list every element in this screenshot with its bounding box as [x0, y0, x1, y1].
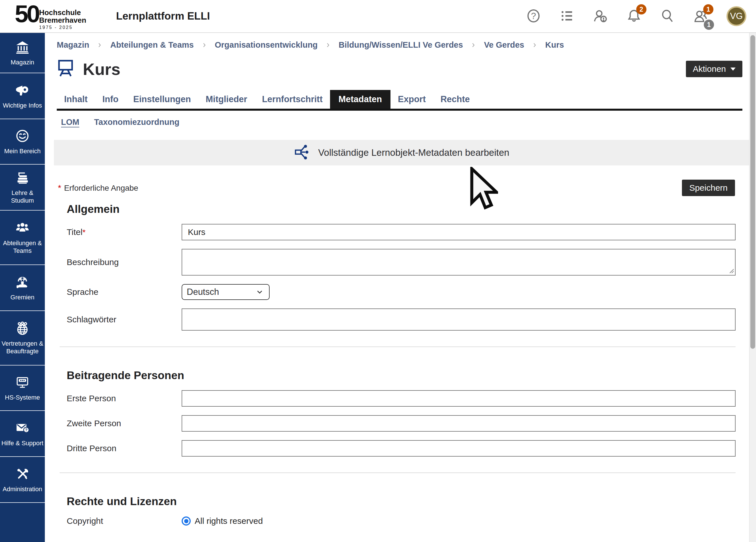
- search-button[interactable]: [660, 8, 675, 24]
- page-title: Kurs: [83, 60, 120, 79]
- sidebar-item-label: Gremien: [11, 293, 34, 301]
- top-header: 50 Hochschule Bremerhaven 1975 - 2025 Le…: [0, 0, 756, 33]
- erste-person-input[interactable]: [182, 390, 736, 407]
- awareness-button[interactable]: [593, 8, 608, 24]
- tab-export[interactable]: Export: [390, 90, 433, 109]
- bank-icon: [15, 40, 30, 54]
- radio-dot: [184, 519, 188, 523]
- tab-lernfortschritt[interactable]: Lernfortschritt: [255, 90, 330, 109]
- radio-all-rights-reserved[interactable]: [182, 516, 191, 526]
- tab-bar: Inhalt Info Einstellungen Mitglieder Ler…: [57, 90, 742, 111]
- chevron-right-icon: [325, 42, 331, 48]
- beschreibung-textarea[interactable]: [182, 249, 736, 276]
- breadcrumb-item-organisationsentwicklung[interactable]: Organisationsentwicklung: [215, 40, 318, 50]
- titel-input[interactable]: [182, 224, 736, 240]
- actions-button[interactable]: Aktionen: [686, 61, 742, 77]
- banner-label: Vollständige Lernobjekt-Metadaten bearbe…: [318, 147, 509, 158]
- chevron-right-icon: [470, 42, 476, 48]
- form-row-zweite-person: Zweite Person: [67, 415, 736, 432]
- tools-icon: [15, 467, 30, 481]
- sprache-label: Sprache: [67, 287, 182, 297]
- main-menu-button[interactable]: [559, 8, 575, 24]
- zweite-person-input[interactable]: [182, 415, 736, 432]
- tab-info[interactable]: Info: [95, 90, 126, 109]
- save-button[interactable]: Speichern: [682, 180, 735, 196]
- tab-inhalt[interactable]: Inhalt: [57, 90, 95, 109]
- sidebar-item-abteilungen-teams[interactable]: Abteilungen & Teams: [0, 211, 45, 265]
- zweite-person-label: Zweite Person: [67, 419, 182, 428]
- chevron-right-icon: [201, 42, 207, 48]
- logo-text: Hochschule Bremerhaven 1975 - 2025: [39, 3, 86, 30]
- sidebar-item-gremien[interactable]: Gremien: [0, 265, 45, 311]
- breadcrumb-item-magazin[interactable]: Magazin: [57, 40, 89, 50]
- sidebar-item-vertretungen-beauftragte[interactable]: Vertretungen & Beauftragte: [0, 311, 45, 365]
- beschreibung-field-wrap: [182, 249, 736, 276]
- tab-metadaten[interactable]: Metadaten: [330, 90, 390, 109]
- logo-50-mark: 50: [15, 3, 39, 25]
- hochschule-bremerhaven-logo[interactable]: 50 Hochschule Bremerhaven 1975 - 2025: [15, 3, 86, 30]
- sidebar-item-magazin[interactable]: Magazin: [0, 33, 45, 73]
- section-heading-allgemein: Allgemein: [67, 203, 736, 215]
- help-circle-icon: ?: [526, 8, 541, 24]
- contacts-button[interactable]: 1 1: [693, 8, 709, 24]
- share-hub-icon: [294, 144, 311, 162]
- subtab-lom[interactable]: LOM: [61, 117, 79, 127]
- app-title: Lernplattform ELLI: [116, 10, 210, 22]
- edit-full-metadata-banner[interactable]: Vollständige Lernobjekt-Metadaten bearbe…: [54, 140, 749, 165]
- svg-text:?: ?: [25, 428, 28, 432]
- user-alert-icon: [593, 8, 608, 24]
- sidebar-item-label: Abteilungen & Teams: [1, 239, 44, 255]
- breadcrumb-item-kurs: Kurs: [545, 40, 564, 50]
- copyright-option: All rights reserved: [182, 516, 736, 526]
- schlagwoerter-label: Schlagwörter: [67, 315, 182, 324]
- contacts-badge-bottom: 1: [704, 20, 714, 30]
- subtab-taxonomiezuordnung[interactable]: Taxonomiezuordnung: [94, 117, 179, 127]
- sidebar-item-wichtige-infos[interactable]: Wichtige Infos: [0, 73, 45, 119]
- user-avatar[interactable]: VG: [726, 6, 746, 26]
- sidebar-item-label: Hilfe & Support: [1, 439, 43, 447]
- titel-label: Titel*: [67, 227, 182, 237]
- copyright-label: Copyright: [67, 516, 182, 526]
- sidebar-item-hs-systeme[interactable]: HS-Systeme: [0, 365, 45, 411]
- dritte-person-input[interactable]: [182, 440, 736, 457]
- breadcrumb-item-abteilungen[interactable]: Abteilungen & Teams: [110, 40, 194, 50]
- breadcrumb-item-ve-gerdes[interactable]: Ve Gerdes: [484, 40, 524, 50]
- sprache-select[interactable]: Deutsch: [182, 284, 270, 300]
- caret-down-icon: [730, 68, 736, 71]
- tab-rechte[interactable]: Rechte: [433, 90, 477, 109]
- sidebar-item-label: Administration: [3, 485, 42, 493]
- header-icon-bar: ?: [526, 6, 746, 26]
- sidebar-item-label: Magazin: [11, 58, 34, 66]
- vertical-scrollbar-thumb[interactable]: [750, 35, 755, 349]
- sidebar-item-hilfe-support[interactable]: ? Hilfe & Support: [0, 411, 45, 457]
- globe-people-icon: [15, 321, 30, 336]
- committee-icon: [15, 275, 30, 289]
- form-row-sprache: Sprache Deutsch: [67, 284, 736, 300]
- course-board-icon: [56, 58, 75, 80]
- sprache-selected-value: Deutsch: [187, 287, 219, 297]
- help-button[interactable]: ?: [526, 8, 541, 24]
- notifications-button[interactable]: 2: [626, 8, 642, 24]
- form-row-copyright: Copyright All rights reserved: [67, 516, 736, 526]
- chevron-right-icon: [96, 42, 103, 48]
- breadcrumb-item-bildung-wissen[interactable]: Bildung/Wissen/ELLI Ve Gerdes: [339, 40, 463, 50]
- subtab-bar: LOM Taxonomiezuordnung: [61, 117, 749, 127]
- sidebar-item-lehre-studium[interactable]: Lehre & Studium: [0, 165, 45, 211]
- required-hint: *Erforderliche Angabe: [58, 180, 138, 193]
- screen: 50 Hochschule Bremerhaven 1975 - 2025 Le…: [0, 0, 756, 542]
- chevron-right-icon: [532, 42, 538, 48]
- vertical-scrollbar-track[interactable]: [749, 33, 756, 542]
- tab-mitglieder[interactable]: Mitglieder: [198, 90, 255, 109]
- main-content: Magazin Abteilungen & Teams Organisation…: [45, 33, 749, 542]
- mail-question-icon: ?: [15, 421, 30, 435]
- sidebar-item-mein-bereich[interactable]: Mein Bereich: [0, 119, 45, 165]
- section-heading-rechte: Rechte und Lizenzen: [67, 495, 736, 508]
- schlagwoerter-input[interactable]: [182, 308, 736, 331]
- sidebar-item-administration[interactable]: Administration: [0, 457, 45, 503]
- people-group-icon: [15, 220, 30, 235]
- sidebar-item-label: Vertretungen & Beauftragte: [1, 340, 44, 355]
- breadcrumb: Magazin Abteilungen & Teams Organisation…: [45, 33, 749, 50]
- section-divider: [60, 346, 736, 347]
- tab-einstellungen[interactable]: Einstellungen: [126, 90, 198, 109]
- erste-person-label: Erste Person: [67, 394, 182, 403]
